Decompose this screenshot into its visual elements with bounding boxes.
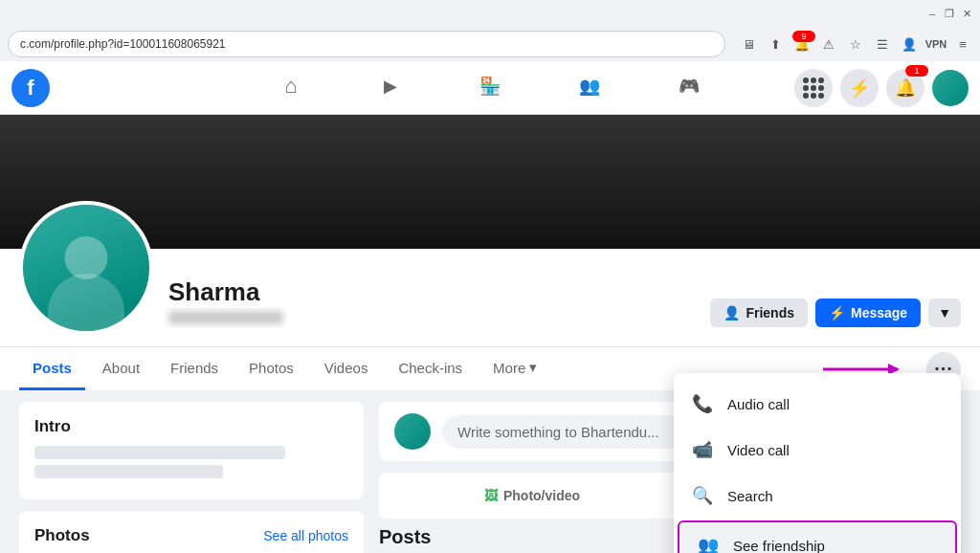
- browser-icons: 🖥 ⬆ 🔔 ⚠ ☆ ☰ 👤 VPN ≡: [739, 34, 972, 54]
- photos-card: Photos See all photos Meanwhile in Pakis…: [19, 511, 364, 553]
- dropdown-see-friendship[interactable]: 👥 See friendship: [678, 520, 957, 553]
- nav-marketplace[interactable]: 🏪: [442, 65, 538, 111]
- friends-icon: 👤: [724, 305, 740, 321]
- profile-subtext: [168, 311, 695, 327]
- search-label: Search: [727, 488, 773, 504]
- tab-about[interactable]: About: [89, 348, 153, 390]
- star-icon[interactable]: ☆: [846, 34, 865, 54]
- messenger-button[interactable]: ⚡: [840, 69, 879, 107]
- photo-video-icon: 🖼: [484, 488, 498, 503]
- friendship-icon: 👥: [695, 532, 722, 553]
- tab-friends[interactable]: Friends: [157, 348, 232, 390]
- photos-header: Photos See all photos: [34, 526, 348, 545]
- dropdown-video-call[interactable]: 📹 Video call: [674, 427, 961, 473]
- more-label: More: [493, 360, 525, 376]
- marketplace-icon: 🏪: [479, 76, 501, 97]
- watch-icon: ▶: [384, 76, 397, 97]
- nav-home[interactable]: ⌂: [243, 65, 339, 111]
- tab-more[interactable]: More ▾: [479, 347, 550, 390]
- facebook-topnav: f ⌂ ▶ 🏪 👥 🎮 ⚡ 🔔: [0, 61, 980, 115]
- profile-name: Sharma: [168, 277, 695, 307]
- left-sidebar: Intro Photos See all photos Meanwhile in…: [19, 402, 364, 549]
- more-chevron-icon: ▾: [529, 359, 537, 376]
- topnav-center: ⌂ ▶ 🏪 👥 🎮: [243, 65, 737, 111]
- photo-video-label: Photo/video: [503, 488, 580, 503]
- browser-chrome: – ❐ ✕ c.com/profile.php?id=1000116080659…: [0, 0, 980, 61]
- profile-actions: 👤 Friends ⚡ Message ▼: [710, 299, 961, 335]
- dropdown-menu: 📞 Audio call 📹 Video call 🔍 Search 👥 See…: [674, 373, 961, 553]
- video-call-icon: 📹: [689, 436, 716, 463]
- message-label: Message: [851, 305, 907, 321]
- groups-icon: 👥: [579, 76, 600, 97]
- topnav-right: ⚡ 🔔: [737, 69, 969, 107]
- message-button[interactable]: ⚡ Message: [815, 299, 921, 327]
- facebook-logo[interactable]: f: [11, 69, 50, 107]
- menu-icon[interactable]: ≡: [953, 34, 972, 54]
- tab-videos[interactable]: Videos: [311, 348, 382, 390]
- vpn-icon[interactable]: VPN: [926, 34, 946, 54]
- extension-icon[interactable]: 🔔: [792, 34, 812, 54]
- profile-avatar[interactable]: [19, 201, 153, 335]
- intro-card: Intro: [19, 402, 364, 499]
- profile-name-section: Sharma: [153, 277, 710, 335]
- home-icon: ⌂: [284, 74, 297, 99]
- post-composer-avatar: [394, 413, 431, 450]
- share-icon[interactable]: ⬆: [766, 34, 785, 54]
- video-call-label: Video call: [727, 442, 790, 458]
- minimize-button[interactable]: –: [926, 8, 938, 19]
- browser-addressbar: c.com/profile.php?id=100011608065921 🖥 ⬆…: [0, 27, 980, 61]
- nav-gaming[interactable]: 🎮: [641, 65, 737, 111]
- see-friendship-label: See friendship: [733, 538, 825, 554]
- nav-watch[interactable]: ▶: [343, 65, 438, 111]
- photos-title: Photos: [34, 526, 90, 545]
- friends-button[interactable]: 👤 Friends: [710, 299, 808, 327]
- intro-blurred-line1: [34, 446, 285, 459]
- friends-label: Friends: [746, 305, 794, 321]
- avatar-image: [23, 205, 149, 331]
- screen-icon: 🖥: [739, 34, 758, 54]
- dropdown-audio-call[interactable]: 📞 Audio call: [674, 381, 961, 427]
- messenger-icon: ⚡: [829, 305, 845, 321]
- gaming-icon: 🎮: [679, 76, 700, 97]
- grid-menu-button[interactable]: [794, 69, 833, 107]
- more-arrow-button[interactable]: ▼: [928, 299, 961, 327]
- topnav-left: f: [11, 69, 243, 107]
- dropdown-search[interactable]: 🔍 Search: [674, 473, 961, 519]
- account-avatar[interactable]: [932, 70, 969, 106]
- intro-title: Intro: [34, 417, 348, 436]
- tab-checkins[interactable]: Check-ins: [385, 348, 476, 390]
- restore-button[interactable]: ❐: [944, 8, 955, 19]
- photo-video-button[interactable]: 🖼 Photo/video: [394, 480, 670, 511]
- notifications-button[interactable]: 🔔: [886, 69, 924, 107]
- reader-icon[interactable]: ☰: [873, 34, 892, 54]
- profile-info-row: Sharma 👤 Friends ⚡ Message ▼: [0, 249, 980, 346]
- url-text: c.com/profile.php?id=100011608065921: [20, 37, 226, 51]
- warning-icon: ⚠: [819, 34, 838, 54]
- tab-photos[interactable]: Photos: [235, 348, 307, 390]
- url-bar[interactable]: c.com/profile.php?id=100011608065921: [8, 31, 725, 57]
- grid-icon: [803, 77, 824, 99]
- audio-call-label: Audio call: [727, 396, 790, 412]
- tab-posts[interactable]: Posts: [19, 348, 85, 390]
- search-icon: 🔍: [689, 482, 716, 509]
- audio-call-icon: 📞: [689, 390, 716, 417]
- profile-icon: 👤: [900, 34, 919, 54]
- browser-titlebar: – ❐ ✕: [0, 0, 980, 27]
- intro-blurred-line2: [34, 465, 223, 478]
- profile-area: Sharma 👤 Friends ⚡ Message ▼ Posts About…: [0, 249, 980, 390]
- nav-groups[interactable]: 👥: [542, 65, 637, 111]
- close-button[interactable]: ✕: [961, 8, 972, 19]
- blurred-name: [168, 311, 283, 324]
- see-all-photos-link[interactable]: See all photos: [263, 528, 348, 543]
